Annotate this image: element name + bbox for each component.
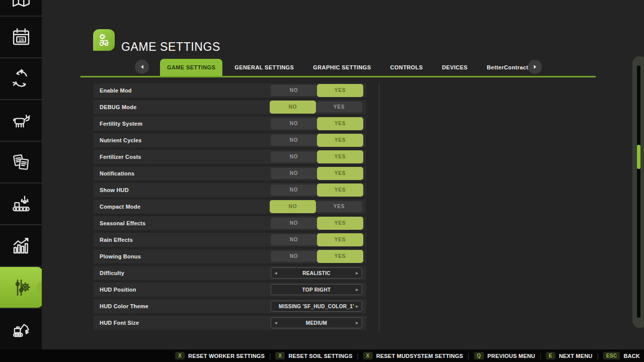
toggle-no-button[interactable]: NO	[270, 200, 316, 213]
settings-row: Seasonal EffectsNOYES	[94, 216, 366, 230]
footer-action-label: RESET MUDSYSTEM SETTINGS	[376, 353, 463, 359]
toggle-no-button[interactable]: NO	[270, 101, 316, 114]
key-badge: Q	[474, 352, 484, 359]
settings-row: HUD Color ThemeMISSING 'SF_HUD_COLOR_1' …	[94, 299, 366, 313]
svg-text:15: 15	[18, 37, 24, 42]
map-icon	[11, 0, 32, 10]
sidebar-item-crop-rotation[interactable]	[0, 58, 42, 99]
footer-action-previous-menu[interactable]: QPREVIOUS MENU	[474, 352, 535, 359]
option-next-arrow-icon[interactable]: ▸	[356, 288, 358, 292]
option-prev-arrow-icon[interactable]: ◂	[275, 271, 277, 276]
scrollbar-track[interactable]	[637, 65, 640, 318]
toggle-no-button[interactable]: NO	[271, 234, 317, 245]
setting-label: Show HUD	[100, 187, 129, 193]
toggle-control: NOYES	[271, 168, 362, 179]
select-value: REALISTIC	[302, 270, 330, 276]
toggle-yes-button[interactable]: YES	[317, 217, 363, 230]
toggle-yes-button[interactable]: YES	[317, 167, 363, 180]
settings-row: Fertility SystemNOYES	[94, 117, 366, 131]
toggle-yes-button[interactable]: YES	[317, 250, 363, 263]
footer-action-label: RESET SOIL SETTINGS	[288, 353, 352, 359]
toggle-no-button[interactable]: NO	[271, 185, 317, 196]
toggle-no-button[interactable]: NO	[271, 218, 317, 229]
option-prev-arrow-icon[interactable]: ◂	[275, 321, 277, 325]
toggle-yes-button[interactable]: YES	[316, 201, 362, 212]
tab-game-settings[interactable]: GAME SETTINGS	[160, 59, 222, 76]
setting-label: Difficulty	[100, 270, 124, 276]
production-icon	[11, 194, 32, 215]
tab-devices[interactable]: DEVICES	[435, 59, 474, 76]
toggle-control: NOYES	[271, 185, 362, 196]
sidebar-item-production[interactable]	[0, 184, 42, 224]
footer-action-next-menu[interactable]: ENEXT MENU	[546, 352, 593, 359]
key-badge: X	[275, 352, 285, 359]
select-control[interactable]: MISSING 'SF_HUD_COLOR_1' L..▸	[271, 301, 362, 312]
toggle-yes-button[interactable]: YES	[317, 150, 363, 163]
toggle-no-button[interactable]: NO	[271, 168, 317, 179]
footer-action-label: RESET WORKER SETTINGS	[188, 353, 265, 359]
select-control[interactable]: ◂REALISTIC▸	[271, 267, 362, 279]
left-arrow-icon	[141, 65, 143, 69]
footer-action-reset-worker-settings[interactable]: XRESET WORKER SETTINGS	[175, 352, 265, 359]
footer-action-label: BACK	[623, 353, 640, 359]
toggle-no-button[interactable]: NO	[271, 135, 317, 146]
tab-graphic-settings[interactable]: GRAPHIC SETTINGS	[306, 59, 378, 76]
footer-action-reset-soil-settings[interactable]: XRESET SOIL SETTINGS	[275, 352, 352, 359]
sidebar-item-contracts[interactable]	[0, 142, 42, 183]
footer-action-back[interactable]: ESCBACK	[603, 352, 640, 359]
settings-row: Plowing BonusNOYES	[94, 249, 366, 263]
tabs-prev-button[interactable]	[135, 60, 149, 74]
key-badge: X	[175, 352, 185, 359]
toggle-yes-button[interactable]: YES	[316, 102, 362, 113]
toggle-yes-button[interactable]: YES	[317, 184, 363, 197]
sidebar-item-settings[interactable]	[0, 267, 42, 308]
tab-bar: GAME SETTINGSGENERAL SETTINGSGRAPHIC SET…	[160, 59, 539, 76]
tabs-next-button[interactable]	[528, 60, 542, 74]
toggle-yes-button[interactable]: YES	[317, 233, 363, 246]
animals-icon	[11, 110, 32, 131]
toggle-control: NOYES	[271, 251, 362, 262]
tab-controls[interactable]: CONTROLS	[383, 59, 430, 76]
tractor-gear-icon	[93, 29, 115, 51]
scrollbar-thumb[interactable]	[637, 145, 640, 169]
sidebar-item-animals[interactable]	[0, 100, 42, 141]
option-next-arrow-icon[interactable]: ▸	[356, 304, 358, 309]
footer-separator: |	[468, 352, 469, 359]
settings-list: Enable ModNOYESDEBUG ModeNOYESFertility …	[94, 83, 366, 330]
settings-row: Enable ModNOYES	[94, 83, 366, 98]
footer-action-label: NEXT MENU	[559, 353, 593, 359]
footer-separator: |	[540, 352, 541, 359]
toggle-no-button[interactable]: NO	[271, 251, 317, 262]
setting-label: Seasonal Effects	[100, 220, 145, 226]
toggle-yes-button[interactable]: YES	[317, 117, 363, 130]
option-next-arrow-icon[interactable]: ▸	[356, 271, 358, 276]
sidebar-item-map[interactable]	[0, 0, 42, 16]
toggle-no-button[interactable]: NO	[271, 118, 317, 129]
sidebar-item-calendar[interactable]: 15	[0, 17, 42, 57]
footer-action-reset-mudsystem-settings[interactable]: XRESET MUDSYSTEM SETTINGS	[363, 352, 463, 359]
toggle-control: NOYES	[271, 218, 362, 229]
tab-underline	[80, 76, 596, 77]
sidebar-item-statistics[interactable]	[0, 225, 42, 266]
toggle-control: NOYES	[271, 151, 362, 162]
sidebar-item-construction[interactable]	[0, 309, 42, 349]
scrollbar	[632, 56, 644, 328]
setting-label: Fertility System	[100, 121, 142, 127]
setting-label: DEBUG Mode	[100, 104, 137, 110]
setting-label: Rain Effects	[100, 237, 133, 243]
toggle-yes-button[interactable]: YES	[317, 84, 363, 97]
selected-tab-bump	[36, 282, 42, 293]
select-value: MEDIUM	[306, 320, 327, 326]
select-control[interactable]: ◂MEDIUM▸	[271, 317, 362, 328]
toggle-no-button[interactable]: NO	[271, 151, 317, 162]
toggle-no-button[interactable]: NO	[271, 85, 317, 96]
toggle-yes-button[interactable]: YES	[317, 134, 363, 147]
option-next-arrow-icon[interactable]: ▸	[356, 321, 358, 325]
settings-row: Rain EffectsNOYES	[94, 233, 366, 247]
setting-label: HUD Color Theme	[100, 303, 148, 309]
setting-label: Plowing Bonus	[100, 253, 141, 259]
tab-general-settings[interactable]: GENERAL SETTINGS	[227, 59, 301, 76]
select-control[interactable]: TOP RIGHT▸	[271, 284, 362, 295]
setting-label: HUD Font Size	[100, 320, 139, 326]
settings-row: HUD Font Size◂MEDIUM▸	[94, 316, 366, 330]
